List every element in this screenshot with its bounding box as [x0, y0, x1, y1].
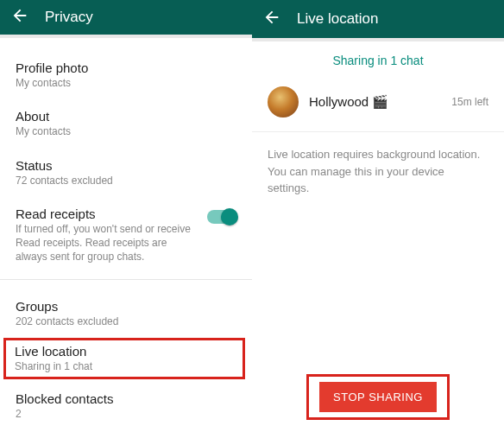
back-arrow-icon[interactable]: [262, 8, 281, 30]
stop-sharing-button[interactable]: STOP SHARING: [319, 382, 437, 412]
item-title: Live location: [15, 344, 234, 359]
item-title: Blocked contacts: [16, 391, 236, 406]
privacy-header: Privacy: [0, 0, 252, 35]
item-subtitle: 202 contacts excluded: [16, 315, 236, 329]
item-subtitle: If turned off, you won't send or receive…: [16, 223, 198, 264]
back-arrow-icon[interactable]: [10, 6, 29, 29]
item-subtitle: Sharing in 1 chat: [15, 360, 234, 374]
setting-status[interactable]: Status 72 contacts excluded: [16, 149, 236, 199]
item-subtitle: 72 contacts excluded: [16, 175, 236, 188]
setting-read-receipts[interactable]: Read receipts If turned off, you won't s…: [16, 198, 236, 274]
page-title: Live location: [297, 10, 379, 28]
sharing-status: Sharing in 1 chat: [252, 41, 504, 78]
highlight-live-location: Live location Sharing in 1 chat: [3, 338, 245, 380]
item-subtitle: My contacts: [16, 77, 236, 91]
item-subtitle: My contacts: [16, 125, 236, 139]
setting-live-location[interactable]: Live location Sharing in 1 chat: [15, 344, 234, 374]
section-divider: [0, 279, 252, 280]
chat-name: Hollywood 🎬: [309, 94, 441, 110]
setting-profile-photo[interactable]: Profile photo My contacts: [16, 52, 236, 101]
item-title: Groups: [16, 299, 236, 314]
chat-avatar: [268, 86, 299, 118]
item-title: Status: [16, 158, 236, 173]
read-receipts-toggle[interactable]: [207, 210, 236, 224]
item-title: Profile photo: [16, 60, 236, 75]
page-title: Privacy: [45, 9, 93, 26]
live-location-header: Live location: [252, 0, 504, 38]
item-title: About: [16, 109, 236, 124]
time-left: 15m left: [451, 96, 488, 108]
item-subtitle: 2: [16, 408, 236, 422]
setting-about[interactable]: About My contacts: [16, 100, 236, 149]
item-title: Read receipts: [16, 206, 198, 221]
info-text: Live location requires background locati…: [252, 132, 504, 211]
setting-groups[interactable]: Groups 202 contacts excluded: [16, 290, 236, 340]
sharing-chat-row[interactable]: Hollywood 🎬 15m left: [252, 78, 504, 126]
setting-blocked-contacts[interactable]: Blocked contacts 2: [16, 383, 236, 432]
highlight-stop-sharing: STOP SHARING: [306, 374, 450, 420]
